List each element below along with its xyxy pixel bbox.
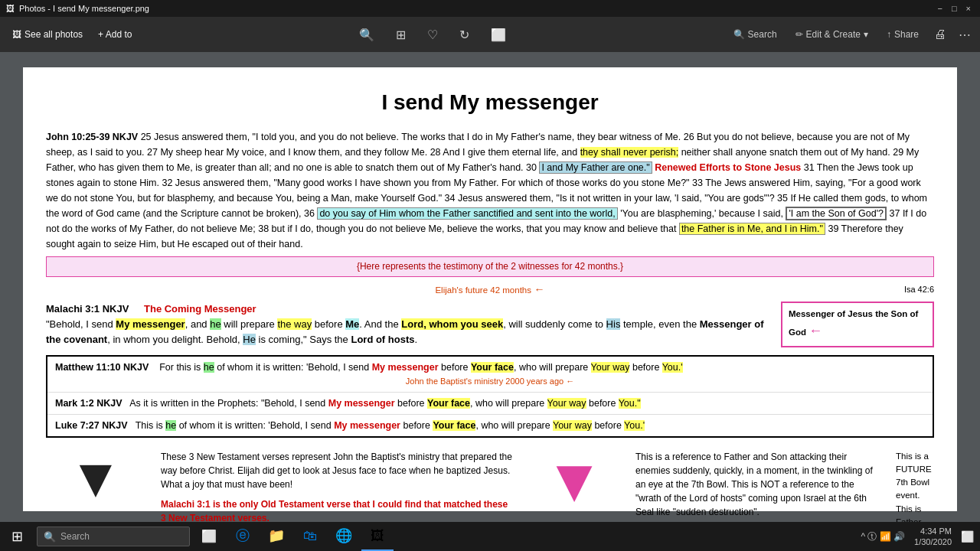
malachi-way: the way: [277, 318, 312, 330]
page-title: I send My messenger: [46, 86, 934, 119]
see-all-photos-button[interactable]: 🖼 See all photos: [6, 26, 89, 43]
taskbar-right: ^ ⓣ 📶 🔊 4:34 PM 1/30/2020 ⬜: [861, 526, 980, 548]
title-bar-left: 🖼 Photos - I send My messenger.png: [6, 4, 149, 13]
verse3-messenger: My messenger: [334, 420, 400, 431]
favorite-button[interactable]: ♡: [424, 24, 441, 45]
rotate-button[interactable]: ↻: [456, 24, 472, 45]
malachi-messenger: My messenger: [116, 318, 185, 330]
maximize-button[interactable]: □: [949, 4, 960, 13]
pink-box: Messenger of Jesus the Son of God ←: [781, 302, 934, 347]
verse1-he: he: [204, 362, 214, 373]
share-button[interactable]: ↑ Share: [880, 26, 925, 43]
verse1-way: Your way: [591, 362, 630, 373]
search-icon: 🔍: [733, 29, 745, 40]
main-text-body: 25 Jesus answered them, "I told you, and…: [46, 132, 927, 249]
bottom-right-text: This is a FUTURE 7th Bowl event. This is…: [896, 450, 934, 522]
edge-button[interactable]: ⓔ: [227, 522, 259, 551]
father-sanctified-highlight: do you say of Him whom the Father sancti…: [317, 207, 617, 220]
chevron-down-icon: ▾: [864, 29, 868, 40]
chrome-button[interactable]: 🌐: [328, 522, 360, 551]
toolbar-center: 🔍 ⊞ ♡ ↻ ⬜: [144, 24, 720, 45]
pink-arrow: ←: [808, 323, 822, 338]
malachi-he: he: [210, 318, 220, 330]
father-in-me-highlight: the Father is in Me, and I in Him.": [679, 223, 825, 235]
more-button[interactable]: ⋯: [956, 24, 974, 45]
verse1-annotation: John the Baptist's ministry 2000 years a…: [55, 375, 925, 389]
verse2-way: Your way: [547, 398, 586, 409]
verse2-body: As it is written in the Prophets: "Behol…: [125, 398, 641, 409]
photos-icon: 🖼: [12, 29, 21, 40]
verse3-face: Your face: [433, 420, 475, 431]
verse1-you: You.': [662, 362, 683, 373]
malachi-his: His: [606, 318, 621, 330]
verse1-face: Your face: [471, 362, 514, 373]
zoom-in-button[interactable]: 🔍: [356, 24, 377, 45]
task-view-button[interactable]: ⬜: [193, 522, 225, 551]
show-desktop-button[interactable]: ⬜: [961, 530, 974, 543]
verse3-he: he: [165, 420, 176, 431]
windows-logo-icon: ⊞: [11, 528, 23, 545]
search-button[interactable]: 🔍 Search: [727, 26, 783, 43]
verse3-body: This is he of whom it is written: 'Behol…: [130, 420, 645, 431]
elijah-annotation: Elijah's future 42 months ←: [342, 282, 639, 298]
malachi-lord: Lord, whom you seek: [401, 318, 503, 330]
verse1-label: Matthew 11:10 NKJV: [55, 362, 149, 373]
testimony-band: {Here represents the testimony of the 2 …: [46, 256, 934, 277]
verse3-you: You.': [624, 420, 645, 431]
store-icon: 🛍: [303, 528, 317, 544]
taskbar-search-text: Search: [60, 531, 90, 542]
verse3-way: Your way: [553, 420, 592, 431]
bottom-left-para2: Malachi 3:1 is the only Old Testament ve…: [161, 497, 513, 522]
adjust-button[interactable]: ⬜: [488, 24, 509, 45]
document-page: I send My messenger John 10:25-39 NKJV 2…: [23, 67, 957, 511]
share-icon: ↑: [887, 29, 891, 40]
main-text-block: John 10:25-39 NKJV 25 Jesus answered the…: [46, 129, 934, 252]
taskbar-search-icon: 🔍: [44, 531, 56, 543]
malachi-section: Malachi 3:1 NKJV The Coming Messenger "B…: [46, 302, 773, 347]
edge-icon: ⓔ: [236, 527, 250, 545]
verse2-messenger: My messenger: [328, 398, 395, 409]
minimize-button[interactable]: −: [934, 4, 945, 13]
add-to-button[interactable]: + Add to: [92, 26, 138, 43]
chrome-icon: 🌐: [335, 527, 352, 544]
taskbar-search-box[interactable]: 🔍 Search: [37, 527, 190, 546]
big-down-arrow: ▼: [68, 450, 122, 505]
verse1-body: For this is he of whom it is written: 'B…: [152, 362, 683, 373]
isa-ref: Isa 42:6: [638, 283, 934, 296]
edit-icon: ✏: [795, 29, 803, 40]
content-area: I send My messenger John 10:25-39 NKJV 2…: [0, 52, 980, 522]
app-toolbar: 🖼 See all photos + Add to 🔍 ⊞ ♡ ↻ ⬜ 🔍 Se…: [0, 17, 980, 52]
app-icon: 🖼: [6, 4, 15, 13]
crop-button[interactable]: ⊞: [393, 24, 409, 45]
photos-button[interactable]: 🖼: [361, 522, 394, 551]
verse2-you: You.": [619, 398, 641, 409]
verse2-label: Mark 1:2 NKJV: [55, 398, 122, 409]
verse-row-luke: Luke 7:27 NKJV This is he of whom it is …: [47, 415, 933, 436]
tray-icons: ^ ⓣ 📶 🔊: [861, 530, 905, 543]
one-father-highlight: I and My Father are one.": [539, 161, 652, 174]
big-arrow-container: ▼: [46, 450, 145, 522]
close-button[interactable]: ×: [963, 4, 974, 13]
title-bar-controls: − □ ×: [934, 4, 974, 13]
pink-down-arrow: ▼: [544, 450, 604, 511]
verse-row-mark: Mark 1:2 NKJV As it is written in the Pr…: [47, 393, 933, 415]
verse1-messenger: My messenger: [372, 362, 439, 373]
bottom-center-text: This is a reference to Father and Son at…: [635, 450, 880, 522]
malachi-label: Malachi 3:1 NKJV: [46, 303, 129, 315]
pink-arrow-container: ▼: [528, 450, 620, 522]
system-clock: 4:34 PM 1/30/2020: [908, 526, 958, 548]
verse2-face: Your face: [427, 398, 470, 409]
store-button[interactable]: 🛍: [294, 522, 326, 551]
start-button[interactable]: ⊞: [0, 522, 34, 551]
file-explorer-button[interactable]: 📁: [260, 522, 292, 551]
bottom-left-para1: These 3 New Testament verses represent J…: [161, 450, 513, 491]
testimony-text: {Here represents the testimony of the 2 …: [357, 261, 623, 272]
toolbar-right: 🔍 Search ✏ Edit & Create ▾ ↑ Share 🖨 ⋯: [727, 24, 974, 45]
taskbar: ⊞ 🔍 Search ⬜ ⓔ 📁 🛍 🌐 🖼 ^ ⓣ 📶 🔊: [0, 522, 980, 551]
renewed-efforts-label: Renewed Efforts to Stone Jesus: [655, 162, 801, 173]
malachi-he2: He: [243, 334, 256, 345]
edit-create-button[interactable]: ✏ Edit & Create ▾: [789, 26, 874, 43]
task-view-icon: ⬜: [201, 529, 217, 543]
print-button[interactable]: 🖨: [931, 24, 949, 44]
annotation-row: Elijah's future 42 months ← Isa 42:6: [46, 282, 934, 298]
